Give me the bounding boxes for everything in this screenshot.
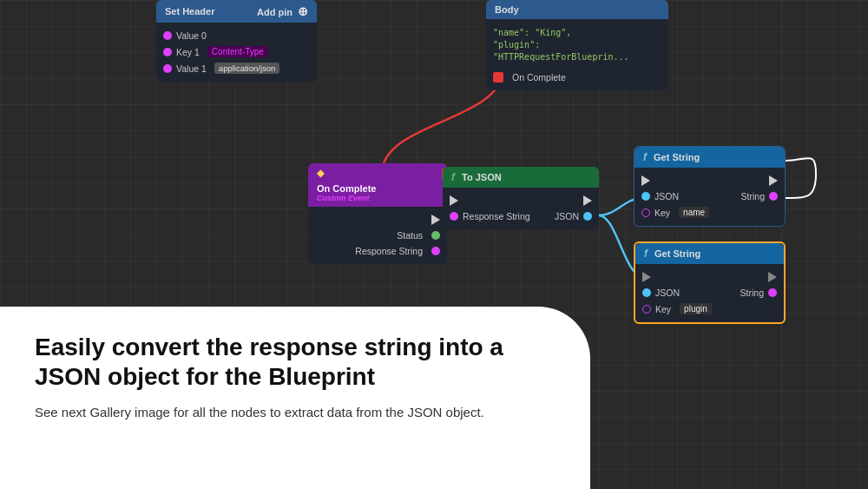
set-header-node: Set Header Add pin ⊕ Value 0 Key 1 Conte…: [156, 0, 317, 82]
body-node-header: Body: [486, 0, 668, 19]
gs1-string-label: String: [741, 191, 765, 202]
on-complete-header: ◆ On Complete Custom Event: [308, 163, 447, 207]
on-complete-node: ◆ On Complete Custom Event Status Respon…: [308, 163, 447, 264]
body-text-row: "name": "King","plugin": "HTTPRequestFor…: [486, 24, 668, 66]
gs1-exec-out: [769, 175, 778, 186]
on-complete-label: On Complete: [512, 72, 566, 83]
body-node-title: Body: [495, 4, 519, 15]
add-pin-icon[interactable]: ⊕: [298, 4, 308, 18]
get-string-2-title: Get String: [654, 248, 700, 259]
response-string-pin: [431, 247, 440, 255]
gs1-key-label: Key: [654, 208, 670, 218]
response-string-row: Response String: [308, 243, 447, 259]
on-complete-title: On Complete: [317, 183, 376, 194]
key1-row: Key 1 Content-Type: [156, 43, 317, 60]
gs2-string-out-pin: [768, 288, 777, 297]
response-string-out-label: Response String: [355, 246, 423, 256]
to-json-response-row: Response String JSON: [443, 208, 599, 224]
gs2-string-label: String: [740, 287, 764, 298]
to-json-json-label: JSON: [555, 211, 579, 221]
gs1-exec-in: [641, 175, 650, 186]
to-json-func-icon: f: [451, 171, 455, 183]
value1-pin: [163, 64, 172, 73]
gs2-key-row: Key plugin: [635, 301, 784, 317]
get-string-1-body: JSON String Key name: [635, 168, 785, 226]
get-string-1-header: f Get String: [635, 147, 785, 168]
status-row: Status: [308, 228, 447, 243]
value1-row: Value 1 application/json: [156, 60, 317, 76]
key1-label: Key 1: [176, 47, 200, 57]
main-heading: Easily convert the response string into …: [35, 333, 556, 391]
body-json-text: "name": "King","plugin": "HTTPRequestFor…: [493, 27, 661, 63]
get-string-1-node: f Get String JSON String Key: [634, 146, 786, 227]
gs2-key-label: Key: [655, 304, 671, 314]
to-json-header: f To JSON: [443, 167, 599, 188]
get-string-2-func-icon: f: [644, 248, 648, 260]
on-complete-row: On Complete: [486, 69, 668, 85]
gs1-key-value: name: [679, 207, 709, 218]
bottom-panel: Easily convert the response string into …: [0, 307, 590, 489]
get-string-2-body: JSON String Key plugin: [635, 264, 784, 322]
exec-out-row: [308, 212, 447, 228]
key1-pin: [163, 48, 172, 56]
to-json-json-out-pin: [583, 212, 592, 221]
body-node-body: "name": "King","plugin": "HTTPRequestFor…: [486, 19, 668, 90]
get-string-1-func-icon: f: [643, 151, 647, 163]
set-header-node-body: Value 0 Key 1 Content-Type Value 1 appli…: [156, 23, 317, 82]
body-node: Body "name": "King","plugin": "HTTPReque…: [486, 0, 668, 90]
get-string-1-title: Get String: [654, 152, 700, 162]
to-json-exec-out: [583, 195, 592, 206]
gs1-json-label: JSON: [654, 191, 679, 202]
value1-label: Value 1: [176, 63, 207, 74]
on-complete-subtitle: Custom Event: [317, 194, 376, 202]
on-complete-icon: ◆: [317, 168, 324, 179]
gs1-string-out-pin: [769, 192, 778, 201]
gs2-exec-row: [635, 269, 784, 285]
set-header-title: Set Header: [165, 6, 214, 17]
value0-row: Value 0: [156, 28, 317, 43]
to-json-node: f To JSON Response String JSON: [443, 167, 599, 229]
gs1-key-pin: [641, 208, 650, 217]
gs1-key-row: Key name: [635, 204, 785, 221]
gs2-key-value: plugin: [680, 303, 712, 314]
exec-out-pin: [431, 215, 440, 225]
gs2-json-label: JSON: [655, 287, 680, 298]
gs2-json-row: JSON String: [635, 285, 784, 301]
gs2-key-pin: [642, 305, 651, 314]
gs2-exec-in: [642, 272, 651, 282]
gs1-json-in-pin: [641, 192, 650, 201]
to-json-exec-row: [443, 193, 599, 208]
value0-label: Value 0: [176, 30, 207, 41]
sub-text: See next Gallery image for all the nodes…: [35, 403, 556, 423]
set-header-node-header: Set Header Add pin ⊕: [156, 0, 317, 23]
get-string-2-node: f Get String JSON String Key: [634, 241, 786, 324]
on-complete-pin: [493, 72, 503, 83]
to-json-exec-in: [450, 195, 458, 206]
value0-pin: [163, 31, 172, 40]
gs2-json-in-pin: [642, 288, 651, 297]
status-pin: [431, 231, 440, 240]
to-json-title: To JSON: [462, 172, 502, 182]
gs1-exec-row: [635, 173, 785, 188]
gs2-exec-out: [768, 272, 777, 282]
gs1-json-row: JSON String: [635, 188, 785, 204]
key1-value: Content-Type: [207, 46, 268, 57]
add-pin-label[interactable]: Add pin ⊕: [257, 4, 308, 18]
get-string-2-header: f Get String: [635, 243, 784, 264]
to-json-response-label: Response String: [463, 211, 530, 221]
status-label: Status: [397, 230, 423, 241]
to-json-node-body: Response String JSON: [443, 188, 599, 229]
value1-value: application/json: [214, 63, 280, 74]
to-json-response-in-pin: [450, 212, 458, 221]
on-complete-node-body: Status Response String: [308, 207, 447, 264]
